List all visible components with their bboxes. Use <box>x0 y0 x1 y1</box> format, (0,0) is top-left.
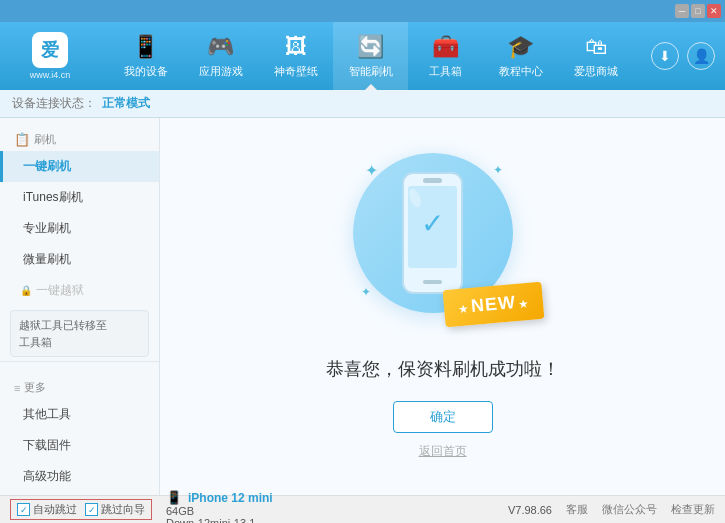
header: 爱 www.i4.cn 📱 我的设备 🎮 应用游戏 🖼 神奇壁纸 🔄 智能刷机 … <box>0 22 725 90</box>
user-button[interactable]: 👤 <box>687 42 715 70</box>
flash-section-title: 📋 刷机 <box>0 126 159 151</box>
nav-label-smart-flash: 智能刷机 <box>349 64 393 79</box>
sidebar-item-advanced[interactable]: 高级功能 <box>0 461 159 492</box>
return-home-link[interactable]: 返回首页 <box>419 443 467 460</box>
device-name: iPhone 12 mini <box>188 491 273 505</box>
nav-item-store[interactable]: 🛍 爱思商城 <box>558 22 633 90</box>
service-link[interactable]: 客服 <box>566 502 588 517</box>
nav-label-wallpaper: 神奇壁纸 <box>274 64 318 79</box>
device-model: Down-12mini-13,1 <box>166 517 273 523</box>
sparkle-bottom-left: ✦ <box>361 285 371 299</box>
checkbox-group: ✓ 自动跳过 ✓ 跳过向导 <box>10 499 152 520</box>
svg-rect-3 <box>423 178 442 183</box>
sidebar-item-pro-flash[interactable]: 专业刷机 <box>0 213 159 244</box>
bottom-right: V7.98.66 客服 微信公众号 检查更新 <box>508 502 715 517</box>
auto-skip-label: 自动跳过 <box>33 502 77 517</box>
confirm-button[interactable]: 确定 <box>393 401 493 433</box>
device-info-group: 📱 iPhone 12 mini 64GB Down-12mini-13,1 <box>166 490 273 523</box>
close-button[interactable]: ✕ <box>707 4 721 18</box>
nav-label-my-device: 我的设备 <box>124 64 168 79</box>
check-update-link[interactable]: 检查更新 <box>671 502 715 517</box>
nav-item-wallpaper[interactable]: 🖼 神奇壁纸 <box>258 22 333 90</box>
nav-item-tutorial[interactable]: 🎓 教程中心 <box>483 22 558 90</box>
sidebar-item-micro-flash[interactable]: 微量刷机 <box>0 244 159 275</box>
nav-label-apps: 应用游戏 <box>199 64 243 79</box>
auto-skip-checkbox[interactable]: ✓ 自动跳过 <box>17 502 77 517</box>
skip-wizard-checkbox-box[interactable]: ✓ <box>85 503 98 516</box>
svg-rect-2 <box>423 280 442 284</box>
bottom-left: ✓ 自动跳过 ✓ 跳过向导 📱 iPhone 12 mini 64GB Down… <box>10 490 273 523</box>
more-section-title: ≡ 更多 <box>0 374 159 399</box>
sidebar-item-one-click-flash[interactable]: 一键刷机 <box>0 151 159 182</box>
download-button[interactable]: ⬇ <box>651 42 679 70</box>
wechat-link[interactable]: 微信公众号 <box>602 502 657 517</box>
titlebar: ─ □ ✕ <box>0 0 725 22</box>
nav-right-actions: ⬇ 👤 <box>651 42 715 70</box>
sidebar-item-other-tools[interactable]: 其他工具 <box>0 399 159 430</box>
jailbreak-section-title: 🔒 一键越狱 <box>0 275 159 306</box>
device-phone-icon: 📱 <box>166 490 182 505</box>
jailbreak-notice: 越狱工具已转移至 工具箱 <box>10 310 149 357</box>
smart-flash-icon: 🔄 <box>357 34 384 60</box>
nav-label-store: 爱思商城 <box>574 64 618 79</box>
nav-item-apps[interactable]: 🎮 应用游戏 <box>183 22 258 90</box>
version-label: V7.98.66 <box>508 504 552 516</box>
nav-item-my-device[interactable]: 📱 我的设备 <box>108 22 183 90</box>
phone-illustration: ✓ <box>395 168 470 298</box>
bottom-bar: ✓ 自动跳过 ✓ 跳过向导 📱 iPhone 12 mini 64GB Down… <box>0 495 725 523</box>
tools-icon: 🧰 <box>432 34 459 60</box>
status-label: 设备连接状态： <box>12 95 96 112</box>
status-bar: 设备连接状态： 正常模式 <box>0 90 725 118</box>
skip-wizard-label: 跳过向导 <box>101 502 145 517</box>
nav-item-tools[interactable]: 🧰 工具箱 <box>408 22 483 90</box>
more-section: ≡ 更多 其他工具 下载固件 高级功能 <box>0 361 159 495</box>
main-area: 📋 刷机 一键刷机 iTunes刷机 专业刷机 微量刷机 🔒 一键越狱 越狱工具… <box>0 118 725 495</box>
maximize-button[interactable]: □ <box>691 4 705 18</box>
nav-bar: 📱 我的设备 🎮 应用游戏 🖼 神奇壁纸 🔄 智能刷机 🧰 工具箱 🎓 教程中心… <box>100 22 641 90</box>
apps-icon: 🎮 <box>207 34 234 60</box>
minimize-button[interactable]: ─ <box>675 4 689 18</box>
logo-url: www.i4.cn <box>30 70 71 80</box>
auto-skip-checkbox-box[interactable]: ✓ <box>17 503 30 516</box>
sparkle-top-left: ✦ <box>365 161 378 180</box>
new-badge: NEW <box>442 282 544 327</box>
status-value: 正常模式 <box>102 95 150 112</box>
wallpaper-icon: 🖼 <box>285 34 307 60</box>
store-icon: 🛍 <box>585 34 607 60</box>
tutorial-icon: 🎓 <box>507 34 534 60</box>
logo-icon: 爱 <box>32 32 68 68</box>
lock-icon: 🔒 <box>20 285 32 296</box>
my-device-icon: 📱 <box>132 34 159 60</box>
skip-wizard-checkbox[interactable]: ✓ 跳过向导 <box>85 502 145 517</box>
device-storage: 64GB <box>166 505 273 517</box>
sidebar-item-itunes-flash[interactable]: iTunes刷机 <box>0 182 159 213</box>
nav-label-tools: 工具箱 <box>429 64 462 79</box>
sparkle-top-right: ✦ <box>493 163 503 177</box>
sidebar-item-download-fw[interactable]: 下载固件 <box>0 430 159 461</box>
logo[interactable]: 爱 www.i4.cn <box>10 32 90 80</box>
nav-item-smart-flash[interactable]: 🔄 智能刷机 <box>333 22 408 90</box>
sidebar: 📋 刷机 一键刷机 iTunes刷机 专业刷机 微量刷机 🔒 一键越狱 越狱工具… <box>0 118 160 495</box>
main-content: ✦ ✦ ✦ ✓ <box>160 118 725 495</box>
illustration: ✦ ✦ ✦ ✓ <box>353 153 533 333</box>
success-message: 恭喜您，保资料刷机成功啦！ <box>326 357 560 381</box>
nav-label-tutorial: 教程中心 <box>499 64 543 79</box>
svg-text:✓: ✓ <box>421 208 444 239</box>
